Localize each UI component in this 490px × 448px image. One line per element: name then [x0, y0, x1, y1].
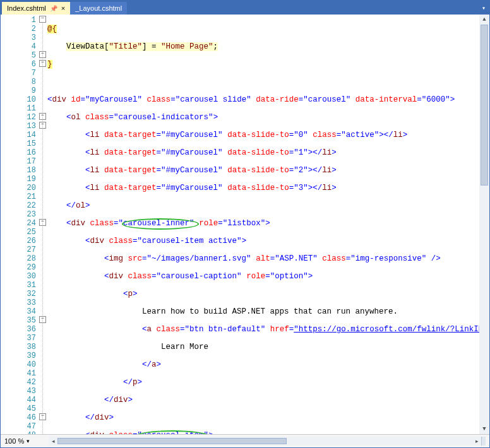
line-number: 28: [1, 254, 36, 263]
fold-toggle[interactable]: −: [39, 122, 46, 129]
code-text: div: [52, 95, 67, 104]
scroll-thumb[interactable]: [481, 25, 488, 186]
line-number: 40: [1, 360, 36, 369]
fold-toggle[interactable]: −: [39, 113, 46, 120]
tab-label: _Layout.cshtml: [75, 4, 122, 12]
line-number: 12: [1, 113, 36, 122]
code-text: "#myCarousel": [161, 148, 223, 157]
line-number: 7: [1, 69, 36, 78]
line-number: 13: [1, 122, 36, 131]
code-text: li: [90, 148, 100, 157]
code-text: "#myCarousel": [161, 184, 223, 192]
line-number: 48: [1, 431, 36, 434]
hscroll-thumb[interactable]: [57, 438, 287, 444]
code-text: role: [246, 272, 265, 281]
code-text: class: [85, 113, 109, 122]
tab-overflow-button[interactable]: ▾: [478, 2, 489, 15]
code-text: class: [128, 272, 152, 281]
code-text: a: [147, 325, 152, 334]
code-text: div: [109, 272, 124, 281]
code-text: "#myCarousel": [161, 131, 223, 139]
code-text: li: [90, 131, 100, 139]
line-number: 5: [1, 51, 36, 60]
vertical-scrollbar[interactable]: ▲ ▼: [479, 15, 489, 434]
code-text: "carousel-item active": [138, 237, 242, 245]
line-number: 37: [1, 334, 36, 343]
code-text: "https://go.microsoft.com/fwlink/?LinkID…: [294, 325, 479, 334]
code-text: "option": [270, 272, 308, 281]
code-text: img: [109, 254, 124, 263]
line-number: 46: [1, 413, 36, 422]
scroll-up-icon[interactable]: ▲: [479, 15, 489, 25]
fold-toggle[interactable]: −: [39, 316, 46, 323]
line-number: 30: [1, 272, 36, 281]
code-text: li: [90, 184, 100, 192]
line-number: 35: [1, 316, 36, 325]
close-icon[interactable]: ×: [61, 4, 65, 12]
code-text: "1": [294, 148, 308, 157]
code-text: data-target: [104, 131, 157, 139]
code-text: data-target: [104, 184, 157, 192]
line-number: 1: [1, 16, 36, 25]
code-text: class: [109, 237, 133, 245]
code-text: "ASP.NET": [275, 254, 318, 263]
code-text: class: [313, 131, 337, 139]
code-area[interactable]: @{ ViewData["Title"] = "Home Page"; } <d…: [47, 15, 479, 434]
code-text: data-ride: [256, 95, 299, 104]
line-number: 16: [1, 148, 36, 157]
fold-toggle[interactable]: −: [39, 51, 46, 58]
line-number: 14: [1, 131, 36, 139]
scroll-track[interactable]: [479, 25, 489, 424]
fold-toggle[interactable]: −: [39, 413, 46, 420]
tab-label: Index.cshtml: [7, 4, 46, 12]
line-number: 33: [1, 298, 36, 307]
line-number: 20: [1, 184, 36, 192]
code-text: "carousel": [303, 95, 350, 104]
tab-index-cshtml[interactable]: Index.cshtml 📌 ×: [2, 2, 70, 15]
tab-layout-cshtml[interactable]: _Layout.cshtml: [70, 2, 127, 15]
line-number: 41: [1, 369, 36, 378]
line-number: 25: [1, 228, 36, 237]
splitter-handle[interactable]: [481, 437, 486, 445]
code-text: data-target: [104, 148, 157, 157]
code-text: ol: [71, 113, 81, 122]
horizontal-scrollbar[interactable]: ◂ ▸: [49, 437, 486, 445]
fold-toggle[interactable]: −: [39, 219, 46, 226]
fold-column: − − − − − − − −: [39, 15, 47, 434]
line-number: 21: [1, 192, 36, 201]
scroll-left-icon[interactable]: ◂: [49, 437, 57, 445]
code-text: "Home Page": [161, 42, 213, 51]
fold-toggle[interactable]: −: [39, 60, 46, 67]
line-number: 10: [1, 95, 36, 104]
code-text: "~/images/banner1.svg": [147, 254, 251, 263]
pin-icon[interactable]: 📌: [50, 5, 57, 12]
code-text: "0": [294, 131, 308, 139]
zoom-dropdown-icon[interactable]: ▾: [27, 438, 30, 444]
code-text: "6000": [422, 95, 450, 104]
line-number: 11: [1, 104, 36, 113]
code-text: ViewData: [66, 42, 104, 51]
code-text: "3": [294, 184, 308, 192]
code-text: "listbox": [223, 219, 266, 228]
code-text: p: [133, 378, 138, 387]
code-text: "2": [294, 166, 308, 175]
line-number: 45: [1, 404, 36, 413]
scroll-down-icon[interactable]: ▼: [479, 424, 489, 434]
fold-toggle[interactable]: −: [39, 16, 46, 23]
code-text: div: [95, 413, 109, 422]
code-text: div: [71, 219, 86, 228]
code-text: class: [90, 219, 114, 228]
code-text: class: [147, 95, 171, 104]
code-editor[interactable]: 1234567891011121314151617181920212223242…: [1, 15, 489, 434]
hscroll-track[interactable]: [57, 437, 472, 445]
code-text: data-slide-to: [227, 131, 289, 139]
code-text: div: [90, 431, 105, 434]
code-text: "#myCarousel": [161, 166, 223, 175]
scroll-right-icon[interactable]: ▸: [472, 437, 481, 445]
code-text: "carousel slide": [176, 95, 251, 104]
line-number: 17: [1, 157, 36, 166]
code-text: href: [270, 325, 289, 334]
code-text: div: [114, 396, 128, 404]
code-text: "active": [341, 131, 379, 139]
code-text: data-slide-to: [227, 148, 289, 157]
